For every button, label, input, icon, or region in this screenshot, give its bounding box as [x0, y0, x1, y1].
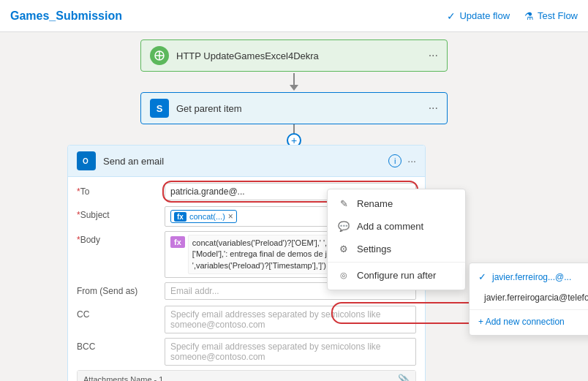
cc-row: CC Specify email addresses separated by … [77, 306, 416, 333]
selected-check-icon: ✓ [478, 271, 486, 282]
canvas: HTTP UpdateGamesExcel4Dekra ··· S Get pa… [0, 32, 588, 381]
svg-text:O: O [83, 157, 88, 165]
connector-1 [290, 72, 298, 92]
rename-menu-item[interactable]: ✎ Rename [328, 192, 465, 215]
connection-item-1[interactable]: ✓ javier.ferreirog...@... [470, 266, 588, 287]
sp-node-menu[interactable]: ··· [429, 102, 438, 115]
fx-icon: fx [174, 212, 186, 222]
subject-label: *Subject [77, 206, 165, 220]
http-node: HTTP UpdateGamesExcel4Dekra ··· [140, 39, 448, 72]
sp-node: S Get parent item ··· [140, 92, 448, 124]
header: Games_Submission ✓ Update flow ⚗ Test Fl… [0, 0, 588, 32]
add-comment-menu-item[interactable]: 💬 Add a comment [328, 215, 465, 238]
menu-divider [328, 262, 465, 263]
attachments-group: Attachments Name - 1 📎 Attachment name A… [77, 370, 416, 381]
test-flow-label: Test Flow [538, 10, 578, 21]
connection-label-2: javier.ferreirogarcia@telefonica.com [484, 293, 588, 303]
connector-2: + [287, 124, 301, 145]
rename-icon: ✎ [338, 198, 350, 209]
update-flow-label: Update flow [459, 10, 510, 21]
page-title: Games_Submission [10, 10, 447, 23]
cc-placeholder: Specify email addresses separated by sem… [170, 309, 380, 330]
outlook-icon: O [77, 151, 96, 170]
connection-divider [470, 309, 588, 310]
beaker-icon: ⚗ [524, 10, 534, 22]
from-placeholder: Email addr... [170, 286, 219, 296]
to-value: patricia.grande@... [170, 186, 245, 197]
formula-fx-icon: fx [170, 236, 185, 248]
token-label: concat(...) [189, 212, 225, 221]
cc-input[interactable]: Specify email addresses separated by sem… [165, 306, 416, 333]
test-flow-button[interactable]: ⚗ Test Flow [524, 10, 578, 22]
bcc-row: BCC Specify email addresses separated by… [77, 338, 416, 366]
bcc-input[interactable]: Specify email addresses separated by sem… [165, 338, 416, 366]
connection-label-1: javier.ferreirog...@... [492, 272, 571, 282]
to-label: *To [77, 183, 165, 197]
http-node-label: HTTP UpdateGamesExcel4Dekra [176, 50, 429, 61]
sp-node-label: Get parent item [176, 103, 429, 114]
email-title: Send an email [103, 156, 388, 167]
flow-container: HTTP UpdateGamesExcel4Dekra ··· S Get pa… [22, 39, 566, 381]
info-icon[interactable]: i [388, 154, 402, 167]
email-header: O Send an email i ··· [68, 146, 425, 177]
http-icon [150, 46, 169, 65]
attach-icon: 📎 [398, 374, 410, 381]
token-close[interactable]: × [228, 211, 233, 222]
add-new-connection-label: + Add new connection [478, 317, 565, 327]
attach-name-label: Attachments Name - 1 [83, 375, 163, 381]
connection-item-2[interactable]: javier.ferreirogarcia@telefonica.com [470, 287, 588, 308]
configure-icon: ◎ [338, 271, 350, 280]
check-icon: ✓ [447, 10, 456, 22]
from-label: From (Send as) [77, 282, 165, 296]
concat-token[interactable]: fx concat(...) × [170, 210, 237, 223]
body-label: *Body [77, 231, 165, 245]
attach-header: Attachments Name - 1 📎 [78, 371, 415, 381]
configure-run-after-label: Configure run after [357, 270, 436, 281]
bcc-label: BCC [77, 338, 165, 352]
header-actions: ✓ Update flow ⚗ Test Flow [447, 10, 578, 22]
settings-label: Settings [357, 244, 391, 254]
connection-dropdown: ✓ javier.ferreirog...@... javier.ferreir… [469, 263, 588, 336]
sp-icon: S [150, 99, 169, 118]
email-node-menu[interactable]: ··· [407, 155, 416, 167]
settings-menu-item[interactable]: ⚙ Settings [328, 238, 465, 260]
bcc-placeholder: Specify email addresses separated by sem… [170, 342, 380, 362]
comment-icon: 💬 [338, 221, 350, 232]
settings-icon: ⚙ [338, 244, 350, 254]
cc-label: CC [77, 306, 165, 320]
context-menu: ✎ Rename 💬 Add a comment ⚙ Settings ◎ Co… [327, 189, 466, 290]
update-flow-button[interactable]: ✓ Update flow [447, 10, 510, 22]
configure-run-after-menu-item[interactable]: ◎ Configure run after [328, 264, 465, 287]
add-new-connection-button[interactable]: + Add new connection [470, 312, 588, 332]
http-node-menu[interactable]: ··· [429, 49, 438, 62]
add-comment-label: Add a comment [357, 221, 423, 232]
rename-label: Rename [357, 198, 393, 209]
